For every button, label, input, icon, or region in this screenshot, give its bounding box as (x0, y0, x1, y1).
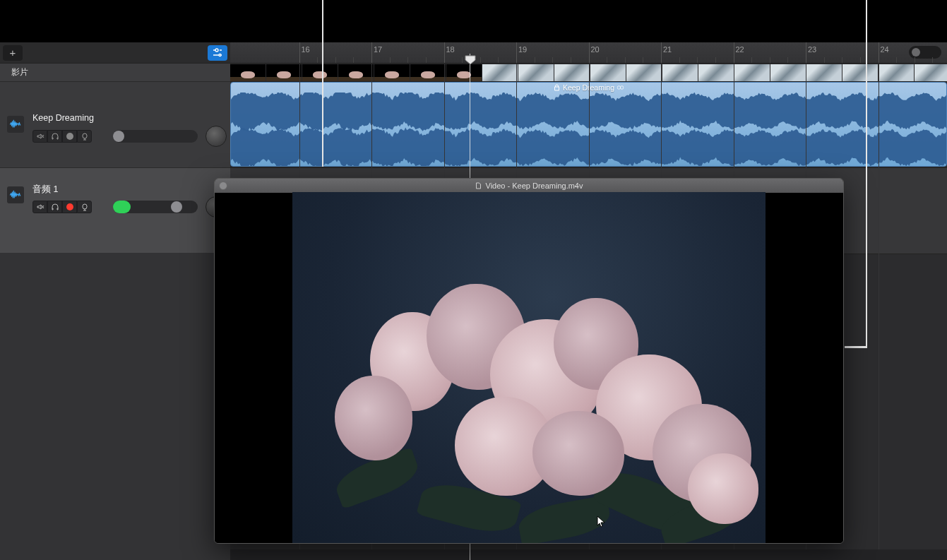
document-icon (475, 182, 482, 189)
level-indicator (113, 201, 131, 213)
video-window-title-text: Video - Keep Dreaming.m4v (486, 181, 583, 190)
video-thumbnail[interactable] (662, 64, 698, 81)
video-thumbnail[interactable] (518, 64, 554, 81)
cycle-end-marker[interactable] (866, 0, 867, 348)
track-name-label: 音频 1 (32, 184, 58, 196)
video-thumbnail[interactable] (554, 64, 590, 81)
svg-point-0 (618, 86, 621, 90)
audio-icon (7, 116, 24, 133)
slider-knob[interactable] (171, 201, 182, 213)
cycle-corner (845, 346, 867, 348)
video-thumbnail[interactable] (878, 64, 914, 81)
video-window-title: Video - Keep Dreaming.m4v (475, 181, 583, 190)
track-controls (32, 130, 92, 143)
input-monitor-button[interactable] (77, 201, 92, 213)
ruler-number: 16 (302, 45, 310, 54)
video-thumbnail[interactable] (698, 64, 734, 81)
track-name-label: Keep Dreaming (32, 113, 94, 123)
video-thumbnail[interactable] (915, 64, 947, 81)
video-thumbnail[interactable] (770, 64, 806, 81)
top-black-area (0, 0, 947, 42)
loop-icon (617, 84, 624, 91)
svg-point-1 (621, 86, 624, 90)
ruler-number: 17 (374, 45, 382, 54)
ruler-number: 23 (808, 45, 816, 54)
video-window-titlebar[interactable]: Video - Keep Dreaming.m4v (215, 179, 843, 193)
track-controls (32, 201, 92, 213)
filter-button[interactable] (208, 45, 227, 61)
video-preview-window[interactable]: Video - Keep Dreaming.m4v (214, 178, 844, 544)
volume-slider[interactable] (113, 201, 198, 213)
pan-knob[interactable] (206, 126, 227, 147)
slider-knob[interactable] (113, 131, 124, 142)
video-thumbnail[interactable] (230, 64, 266, 81)
ruler[interactable]: 161718192021222324 (230, 42, 947, 64)
video-thumbnail[interactable] (482, 64, 518, 81)
mute-button[interactable] (32, 201, 47, 213)
ruler-number: 19 (518, 45, 527, 54)
video-thumbnail[interactable] (374, 64, 410, 81)
movie-track-label: 影片 (11, 66, 28, 78)
track-header-column: + 影片 Keep Dreaming 音频 1 (0, 42, 230, 254)
record-enable-button[interactable] (62, 130, 77, 143)
video-thumbnail[interactable] (626, 64, 662, 81)
track-header-audio-1[interactable]: 音频 1 (0, 168, 230, 254)
track-toolbar: + (0, 42, 230, 64)
video-thumbnail[interactable] (842, 64, 878, 81)
ruler-number: 20 (591, 45, 600, 54)
video-thumbnail[interactable] (338, 64, 374, 81)
video-thumbnail[interactable] (266, 64, 302, 81)
headphone-button[interactable] (47, 130, 62, 143)
input-monitor-button[interactable] (77, 130, 92, 143)
cycle-start-marker[interactable] (322, 0, 323, 167)
lock-icon (553, 84, 560, 91)
video-frame (292, 192, 766, 544)
video-thumbnail[interactable] (302, 64, 338, 81)
video-frame-area (215, 193, 843, 543)
movie-track-header[interactable]: 影片 (0, 64, 230, 82)
record-enable-button[interactable] (62, 201, 77, 213)
ruler-number: 22 (736, 45, 744, 54)
zoom-knob[interactable] (912, 48, 920, 56)
track-header-keep-dreaming[interactable]: Keep Dreaming (0, 82, 230, 168)
volume-slider[interactable] (113, 130, 198, 143)
video-thumbnail[interactable] (734, 64, 770, 81)
add-track-button[interactable]: + (3, 45, 23, 61)
track-header-empty-area (0, 253, 230, 560)
video-thumbnail[interactable] (410, 64, 446, 81)
filter-icon (212, 48, 223, 58)
headphone-button[interactable] (47, 201, 62, 213)
ruler-number: 24 (881, 45, 889, 54)
close-button[interactable] (219, 181, 227, 190)
video-thumbnail[interactable] (806, 64, 842, 81)
video-thumbnail[interactable] (446, 64, 482, 81)
video-thumbnail[interactable] (590, 64, 626, 81)
mute-button[interactable] (32, 130, 47, 143)
ruler-number: 21 (663, 45, 672, 54)
audio-icon (7, 186, 24, 203)
mouse-cursor (597, 516, 607, 530)
playhead-handle[interactable] (465, 55, 476, 65)
horizontal-scrollbar[interactable] (230, 549, 947, 560)
ruler-number: 18 (446, 45, 455, 54)
